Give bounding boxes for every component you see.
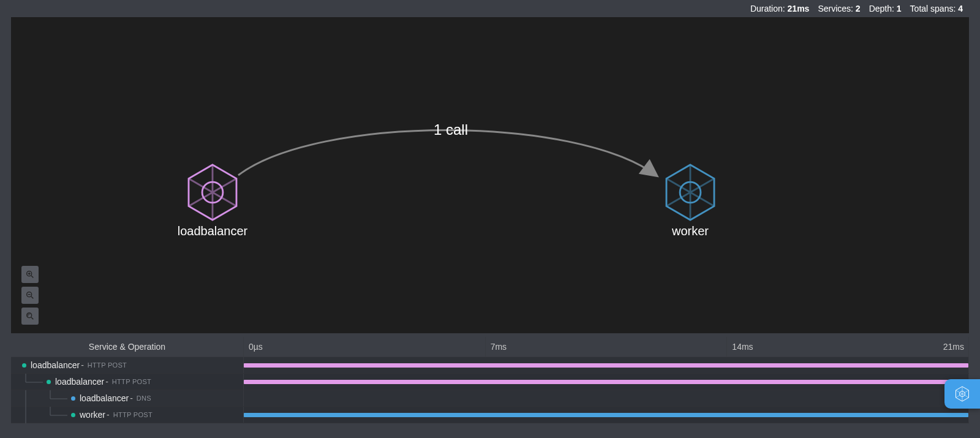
span-row[interactable]: loadbalancer - HTTP POST [11, 374, 969, 390]
span-label: worker - HTTP POST [11, 407, 244, 423]
zoom-in-icon [25, 270, 35, 279]
operation-name: HTTP POST [113, 411, 153, 418]
span-label: loadbalancer - DNS [11, 390, 244, 406]
zoom-out-button[interactable] [21, 287, 39, 304]
separator: - [107, 410, 110, 420]
span-bar-area[interactable] [244, 407, 969, 423]
span-row[interactable]: loadbalancer - HTTP POST [11, 357, 969, 374]
span-bar[interactable] [244, 380, 968, 384]
zoom-controls [21, 266, 39, 325]
span-bar-area[interactable] [244, 374, 969, 390]
operation-name: HTTP POST [88, 361, 127, 369]
span-bar-area[interactable] [244, 357, 969, 373]
operation-name: HTTP POST [112, 378, 151, 385]
edge-label: 1 call [434, 121, 468, 138]
service-name: loadbalancer [80, 393, 129, 403]
span-label: loadbalancer - HTTP POST [11, 357, 244, 373]
node-label-loadbalancer: loadbalancer [178, 224, 248, 238]
span-row[interactable]: loadbalancer - DNS [11, 390, 969, 407]
separator: - [130, 393, 133, 403]
separator: - [81, 360, 84, 370]
span-timeline: Service & Operation 0µs 7ms 14ms 21ms lo… [11, 337, 969, 423]
service-name: loadbalancer [55, 377, 104, 387]
separator: - [105, 377, 108, 387]
zoom-in-button[interactable] [21, 266, 39, 283]
stat-services: Services: 2 [818, 4, 860, 13]
operation-name: DNS [137, 395, 151, 402]
trace-stats-bar: Duration: 21ms Services: 2 Depth: 1 Tota… [0, 0, 980, 17]
span-bar[interactable] [244, 363, 968, 368]
service-color-dot [22, 363, 26, 368]
node-label-worker: worker [671, 224, 709, 238]
dependency-graph-panel[interactable]: 1 call loadbalancer worker [11, 17, 969, 333]
svg-line-3 [31, 276, 33, 278]
stat-spans-label: Total spans: [910, 4, 956, 13]
zoom-out-icon [25, 290, 35, 300]
svg-line-7 [31, 296, 33, 298]
service-color-dot [71, 413, 75, 417]
timeline-ticks: 0µs 7ms 14ms 21ms [244, 337, 969, 357]
service-operation-header: Service & Operation [11, 337, 244, 357]
stat-services-value: 2 [856, 4, 861, 13]
graph-view-toggle-button[interactable] [944, 379, 980, 409]
stat-depth: Depth: 1 [869, 4, 902, 13]
svg-line-10 [31, 317, 33, 319]
span-bar[interactable] [244, 413, 968, 417]
span-label: loadbalancer - HTTP POST [11, 374, 244, 390]
graph-node-loadbalancer[interactable]: loadbalancer [178, 165, 248, 238]
stat-duration-label: Duration: [750, 4, 785, 13]
span-bar-area[interactable] [244, 390, 969, 406]
zoom-reset-icon [25, 311, 35, 321]
tick-0: 0µs [244, 337, 486, 357]
stat-depth-value: 1 [897, 4, 902, 13]
timeline-header: Service & Operation 0µs 7ms 14ms 21ms [11, 337, 969, 357]
span-row[interactable]: worker - HTTP POST [11, 407, 969, 423]
stat-services-label: Services: [818, 4, 853, 13]
dependency-graph[interactable]: 1 call loadbalancer worker [11, 17, 969, 333]
tick-2: 14ms [727, 337, 969, 357]
stat-duration-value: 21ms [788, 4, 810, 13]
service-name: worker [80, 410, 105, 420]
graph-node-worker[interactable]: worker [666, 165, 714, 238]
service-color-dot [47, 380, 51, 384]
zoom-reset-button[interactable] [21, 308, 39, 325]
cube-icon [953, 385, 971, 403]
service-name: loadbalancer [31, 360, 80, 370]
stat-total-spans: Total spans: 4 [910, 4, 963, 13]
service-color-dot [71, 396, 75, 401]
stat-duration: Duration: 21ms [750, 4, 810, 13]
timeline-rows: loadbalancer - HTTP POSTloadbalancer - H… [11, 357, 969, 423]
cube-icon [189, 165, 236, 220]
cube-icon [666, 165, 714, 220]
svg-point-9 [27, 313, 32, 318]
stat-spans-value: 4 [958, 4, 963, 13]
tick-1: 7ms [486, 337, 728, 357]
tick-3: 21ms [943, 337, 969, 352]
stat-depth-label: Depth: [869, 4, 894, 13]
